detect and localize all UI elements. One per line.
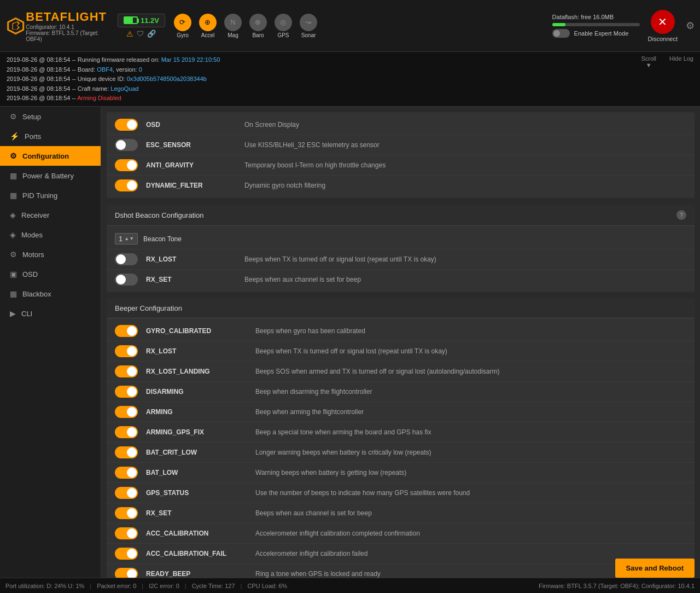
sidebar-item-cli[interactable]: ▶ CLI: [0, 304, 101, 323]
status-divider-3: |: [185, 583, 186, 589]
beeper-row-bat-low: BAT_LOW Warning beeps when battery is ge…: [107, 463, 695, 483]
sidebar-label-modes: Modes: [21, 231, 43, 239]
toggle-bat-crit-low[interactable]: [115, 446, 138, 458]
sidebar-item-osd[interactable]: ▣ OSD: [0, 264, 101, 284]
toggle-beeper-rx-lost[interactable]: [115, 345, 138, 357]
toggle-disarming[interactable]: [115, 386, 138, 398]
toggle-ready-beep[interactable]: [115, 568, 138, 578]
status-divider-2: |: [142, 583, 143, 589]
link-icon: 🔗: [147, 30, 156, 38]
beeper-name-disarming: DISARMING: [146, 388, 255, 396]
sidebar-item-pid-tuning[interactable]: ▦ PID Tuning: [0, 185, 101, 205]
port-utilization: Port utilization: D: 24% U: 1%: [5, 583, 84, 589]
sidebar-item-configuration[interactable]: ⚙ Configuration: [0, 146, 101, 166]
beeper-name-rx-set: RX_SET: [146, 509, 255, 517]
status-divider-1: |: [90, 583, 91, 589]
sensor-baro[interactable]: ⊗ Baro: [246, 12, 270, 40]
sensor-sonar[interactable]: ↝ Sonar: [296, 12, 320, 40]
beeper-name-arming-gps-fix: ARMING_GPS_FIX: [146, 428, 255, 436]
beeper-name-bat-crit-low: BAT_CRIT_LOW: [146, 449, 255, 456]
sensor-mag[interactable]: N Mag: [221, 12, 245, 40]
log-line-3: 2019-08-26 @ 08:18:54 -- Unique device I…: [7, 74, 693, 84]
sensor-gyro[interactable]: ⟳ Gyro: [171, 12, 195, 40]
header-right: Dataflash: free 16.0MB Enable Expert Mod…: [552, 10, 695, 42]
gear-icon[interactable]: ⚙: [686, 20, 695, 32]
toggle-beeper-rx-set[interactable]: [115, 507, 138, 519]
sidebar-item-power-battery[interactable]: ▦ Power & Battery: [0, 166, 101, 185]
sidebar-label-receiver: Receiver: [21, 211, 49, 219]
i2c-error: I2C error: 0: [149, 583, 179, 589]
sidebar-item-receiver[interactable]: ◈ Receiver: [0, 205, 101, 225]
sidebar-label-setup: Setup: [22, 113, 41, 121]
battery-area: 11.2V ⚠ 🛡 🔗: [118, 14, 165, 38]
beeper-desc-acc-calibration: Accelerometer inflight calibration compl…: [255, 530, 686, 537]
toggle-acc-calibration[interactable]: [115, 527, 138, 539]
beeper-name-bat-low: BAT_LOW: [146, 469, 255, 476]
modes-icon: ◈: [10, 230, 16, 239]
expert-mode-toggle[interactable]: [552, 29, 570, 38]
sidebar-item-motors[interactable]: ⚙ Motors: [0, 245, 101, 264]
sidebar-item-blackbox[interactable]: ▦ Blackbox: [0, 284, 101, 304]
warning-icon: ⚠: [126, 30, 133, 38]
blackbox-icon: ▦: [10, 289, 17, 298]
hide-log-button[interactable]: Hide Log: [669, 55, 693, 62]
beeper-desc-arming-gps-fix: Beep a special tone when arming the boar…: [255, 428, 686, 436]
dataflash-area: Dataflash: free 16.0MB Enable Expert Mod…: [552, 14, 640, 38]
toggle-arming[interactable]: [115, 406, 138, 418]
ports-icon: ⚡: [10, 132, 19, 141]
warn-icons: ⚠ 🛡 🔗: [126, 30, 156, 38]
toggle-bat-low[interactable]: [115, 467, 138, 479]
toggle-osd[interactable]: [115, 119, 138, 131]
beeper-desc-arming: Beep when arming the flightcontroller: [255, 408, 686, 416]
beeper-row-acc-calibration: ACC_CALIBRATION Accelerometer inflight c…: [107, 524, 695, 544]
dshot-row-rx-lost: RX_LOST Beeps when TX is turned off or s…: [107, 249, 695, 270]
sensor-accel[interactable]: ⊕ Accel: [196, 12, 220, 40]
beeper-desc-gps-status: Use the number of beeps to indicate how …: [255, 489, 686, 497]
beacon-arrows: ▲▼: [124, 236, 134, 241]
beeper-name-gps-status: GPS_STATUS: [146, 489, 255, 497]
beeper-row-arming: ARMING Beep when arming the flightcontro…: [107, 402, 695, 422]
toggle-esc-sensor[interactable]: [115, 139, 138, 151]
logo-area: BETAFLIGHT Configurator: 10.4.1 Firmware…: [5, 10, 107, 42]
beeper-name-rx-lost-landing: RX_LOST_LANDING: [146, 368, 255, 375]
dataflash-bar-fill: [552, 23, 565, 26]
toggle-rx-lost-landing[interactable]: [115, 365, 138, 377]
toggle-arming-gps-fix[interactable]: [115, 426, 138, 438]
sidebar-item-modes[interactable]: ◈ Modes: [0, 225, 101, 245]
toggle-gps-status[interactable]: [115, 487, 138, 499]
sensor-mag-label: Mag: [228, 32, 238, 38]
disconnect-icon: ✕: [651, 10, 675, 34]
feature-desc-osd: On Screen Display: [244, 121, 686, 129]
battery-voltage: 11.2V: [141, 16, 159, 25]
sidebar-item-setup[interactable]: ⚙ Setup: [0, 107, 101, 126]
beeper-desc-gyro-calibrated: Beeps when gyro has been calibrated: [255, 327, 686, 335]
toggle-anti-gravity[interactable]: [115, 159, 138, 171]
beeper-row-bat-crit-low: BAT_CRIT_LOW Longer warning beeps when b…: [107, 443, 695, 463]
sidebar-label-motors: Motors: [22, 251, 44, 259]
save-reboot-button[interactable]: Save and Reboot: [615, 559, 695, 578]
dshot-desc-rx-lost: Beeps when TX is turned off or signal lo…: [244, 255, 686, 263]
sidebar-label-blackbox: Blackbox: [22, 290, 51, 298]
beeper-desc-rx-set: Beeps when aux channel is set for beep: [255, 509, 686, 517]
sensor-gps[interactable]: ◎ GPS: [271, 12, 295, 40]
sensor-gyro-label: Gyro: [177, 32, 189, 38]
toggle-acc-calibration-fail[interactable]: [115, 548, 138, 560]
toggle-dshot-rx-lost[interactable]: [115, 253, 138, 265]
toggle-dynamic-filter[interactable]: [115, 179, 138, 191]
dshot-help-icon[interactable]: ?: [676, 210, 686, 220]
scroll-indicator[interactable]: Scroll ▼: [641, 55, 656, 68]
disconnect-button[interactable]: ✕ Disconnect: [648, 10, 678, 42]
beeper-name-rx-lost: RX_LOST: [146, 347, 255, 355]
sensor-gps-label: GPS: [277, 32, 289, 38]
expert-mode-row: Enable Expert Mode: [552, 29, 640, 38]
beeper-row-rx-lost: RX_LOST Beeps when TX is turned off or s…: [107, 341, 695, 362]
log-line-4: 2019-08-26 @ 08:18:54 -- Craft name: Leg…: [7, 84, 693, 94]
dataflash-text: Dataflash: free 16.0MB: [552, 14, 640, 20]
beeper-section-header: Beeper Configuration: [107, 299, 695, 318]
sidebar-item-ports[interactable]: ⚡ Ports: [0, 126, 101, 146]
feature-row-dynamic-filter: DYNAMIC_FILTER Dynamic gyro notch filter…: [107, 176, 695, 195]
toggle-dshot-rx-set[interactable]: [115, 274, 138, 286]
log-line-2: 2019-08-26 @ 08:18:54 -- Board: OBF4, ve…: [7, 65, 693, 75]
dshot-row-rx-set: RX_SET Beeps when aux channel is set for…: [107, 270, 695, 289]
toggle-gyro-calibrated[interactable]: [115, 325, 138, 337]
